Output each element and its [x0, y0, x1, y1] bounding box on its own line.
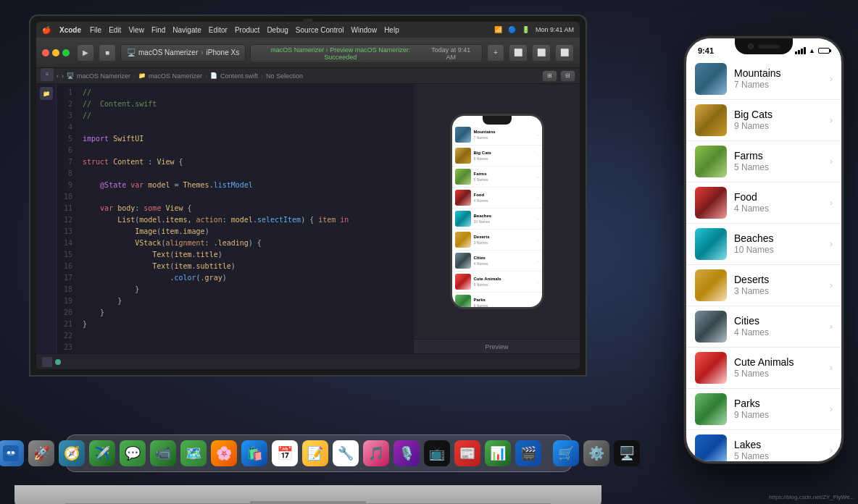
- menu-find[interactable]: Find: [151, 26, 165, 34]
- list-subtitle: 5 Names: [734, 369, 822, 380]
- iphone-list-item-cuteanimals[interactable]: Cute Animals 5 Names ›: [686, 348, 841, 389]
- scheme-selector[interactable]: 🖥️ macOS Namerizer › iPhone Xs: [120, 44, 246, 62]
- breadcrumb-2[interactable]: macOS Namerizer: [149, 72, 202, 80]
- dock: 🚀 🧭 ✈️ 💬 📹 🗺️ 🌸 🛍️ 📅 📝 🔧 🎵 🎙️ 📺 📰 📊 🎬 🛒 …: [65, 434, 572, 472]
- menu-window[interactable]: Window: [351, 26, 378, 34]
- maximize-button[interactable]: [62, 49, 70, 56]
- iphone-list-item-mountains[interactable]: Mountains 7 Names ›: [686, 59, 841, 100]
- list-title-food: Food: [734, 190, 822, 203]
- dock-calendar[interactable]: 📅: [272, 440, 298, 466]
- dock-finder[interactable]: [0, 440, 24, 466]
- svg-point-2: [12, 451, 14, 454]
- iphone-screen: 9:41 ▲ Mountains: [686, 38, 841, 461]
- list-subtitle: 9 Names: [734, 121, 822, 133]
- status-text: macOS Namerizer › Preview macOS Namerize…: [258, 46, 422, 61]
- inspector-button[interactable]: ⬜: [555, 44, 574, 62]
- dock-maps2[interactable]: 🗺️: [180, 440, 207, 466]
- menu-edit[interactable]: Edit: [109, 26, 121, 34]
- preview-phone-container: Mountains 7 Names ›: [414, 84, 580, 339]
- list-subtitle: 5 Names: [734, 451, 822, 461]
- line-numbers: 12345 678910 1112131415 1617181920 21222…: [57, 84, 77, 353]
- layout-button-1[interactable]: ⬜: [509, 44, 528, 62]
- dock-messages[interactable]: 💬: [120, 440, 146, 466]
- iphone-notch: [735, 38, 793, 54]
- navigator-icon[interactable]: ≡: [41, 68, 54, 81]
- project-navigator-icon[interactable]: 📁: [40, 87, 53, 100]
- dock-reminders[interactable]: 🔧: [333, 440, 359, 466]
- list-view-btn[interactable]: ⊟: [560, 70, 575, 82]
- menu-help[interactable]: Help: [384, 26, 399, 34]
- list-thumb-cuteanimals: [695, 352, 727, 384]
- list-thumb-food: [695, 187, 727, 219]
- dock-appletv[interactable]: 📺: [424, 440, 450, 466]
- menu-debug[interactable]: Debug: [267, 26, 288, 34]
- macbook-camera: [304, 19, 312, 25]
- scheme-name: macOS Namerizer: [138, 49, 198, 56]
- svg-point-1: [7, 451, 10, 454]
- layout-button-2[interactable]: ⬜: [532, 44, 551, 62]
- chevron-right-icon: ›: [201, 49, 203, 56]
- minimize-button[interactable]: [52, 49, 59, 56]
- iphone-list-item-deserts[interactable]: Deserts 3 Names ›: [686, 265, 841, 306]
- iphone-list-item-parks[interactable]: Parks 9 Names ›: [686, 389, 841, 430]
- breadcrumb-sep-3: ›: [261, 72, 263, 80]
- list-thumb-lakes: [695, 434, 727, 461]
- iphone-list-item-cities[interactable]: Cities 4 Names ›: [686, 306, 841, 348]
- dock-news[interactable]: 📰: [454, 440, 480, 466]
- add-button[interactable]: +: [487, 44, 504, 62]
- code-editor[interactable]: 12345 678910 1112131415 1617181920 21222…: [57, 84, 413, 353]
- apple-menu[interactable]: 🍎: [42, 26, 51, 34]
- dock-numbers[interactable]: 📊: [485, 440, 511, 466]
- breadcrumb-nav-back[interactable]: ‹: [57, 72, 59, 80]
- dock-sysprefs[interactable]: ⚙️: [583, 440, 609, 466]
- breadcrumb-bar: ≡ ‹ › 🖥️ macOS Namerizer › 📁 macOS Namer…: [36, 68, 580, 84]
- grid-view-btn[interactable]: ⊞: [542, 70, 557, 82]
- iphone-list-item-food[interactable]: Food 4 Names ›: [686, 182, 841, 224]
- app-menu-xcode[interactable]: Xcode: [59, 26, 81, 34]
- preview-thumb: [455, 211, 471, 227]
- dock-maps[interactable]: ✈️: [89, 440, 115, 466]
- menu-product[interactable]: Product: [235, 26, 259, 34]
- menu-editor[interactable]: Editor: [209, 26, 228, 34]
- dock-podcasts[interactable]: 🎙️: [393, 440, 420, 466]
- dock-keynote[interactable]: 🎬: [515, 440, 541, 466]
- dock-itunes[interactable]: 🎵: [363, 440, 389, 466]
- run-button[interactable]: ▶: [77, 44, 94, 62]
- dock-facetime[interactable]: 📹: [150, 440, 176, 466]
- list-text: Parks 9 Names: [734, 397, 822, 421]
- menu-file[interactable]: File: [90, 26, 101, 34]
- dock-safari[interactable]: 🧭: [59, 440, 85, 466]
- dock-appstore[interactable]: 🛍️: [241, 440, 267, 466]
- breadcrumb-nav-fwd[interactable]: ›: [62, 72, 64, 80]
- iphone-list-item-bigcats[interactable]: Big Cats 9 Names ›: [686, 100, 841, 141]
- menu-navigate[interactable]: Navigate: [172, 26, 201, 34]
- toolbar-status-area: macOS Namerizer › Preview macOS Namerize…: [250, 42, 483, 63]
- list-title: Lakes: [734, 438, 822, 451]
- dock-terminal[interactable]: 🖥️: [614, 440, 640, 466]
- stop-button[interactable]: ■: [99, 44, 116, 62]
- signal-bar-3: [801, 49, 803, 54]
- iphone-volume-up-button[interactable]: [684, 125, 686, 151]
- scheme-icon: 🖥️: [127, 49, 136, 56]
- macbook-base: [14, 485, 601, 504]
- iphone-list-item-lakes[interactable]: Lakes 5 Names ›: [686, 430, 841, 461]
- breadcrumb-1[interactable]: macOS Namerizer: [77, 72, 130, 80]
- iphone-mute-button[interactable]: [684, 96, 686, 114]
- dock-photos[interactable]: 🌸: [211, 440, 237, 466]
- iphone-device: 9:41 ▲ Mountains: [684, 36, 844, 463]
- close-button[interactable]: [42, 49, 49, 56]
- preview-list: Mountains 7 Names ›: [452, 116, 542, 307]
- breadcrumb-3[interactable]: Content.swift: [220, 72, 258, 80]
- dock-notes[interactable]: 📝: [302, 440, 328, 466]
- iphone-power-button[interactable]: [841, 111, 844, 147]
- dock-appstore2[interactable]: 🛒: [553, 440, 579, 466]
- iphone-list-item-farms[interactable]: Farms 5 Names ›: [686, 141, 841, 182]
- iphone-volume-down-button[interactable]: [684, 158, 686, 183]
- list-chevron: ›: [830, 445, 833, 455]
- iphone-list-item-beaches[interactable]: Beaches 10 Names ›: [686, 224, 841, 265]
- list-text: Mountains 7 Names: [734, 67, 822, 91]
- menu-source-control[interactable]: Source Control: [296, 26, 344, 34]
- menu-view[interactable]: View: [128, 26, 144, 34]
- dock-launchpad[interactable]: 🚀: [28, 440, 54, 466]
- code-text[interactable]: // // Content.swift // import SwiftUI st…: [77, 84, 413, 353]
